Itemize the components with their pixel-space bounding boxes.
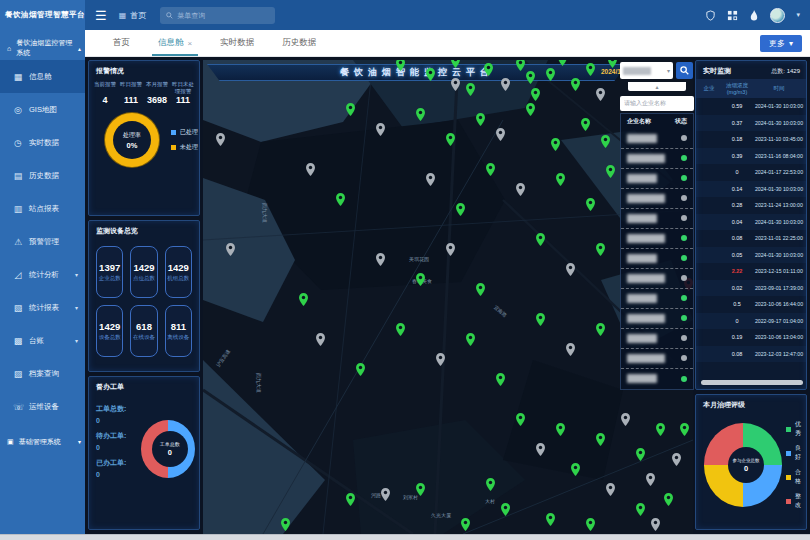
map-pin-icon[interactable] [571, 77, 580, 90]
company-row[interactable] [621, 269, 693, 289]
map-pin-icon[interactable] [586, 62, 595, 75]
map-pin-icon[interactable] [536, 232, 545, 245]
hamburger-menu-icon[interactable]: ☰ [95, 8, 107, 23]
realtime-row[interactable]: 02022-09-17 01:04:00 [696, 313, 806, 330]
company-row[interactable] [621, 189, 693, 209]
map-pin-icon[interactable] [551, 137, 560, 150]
map-pin-icon[interactable] [226, 242, 235, 255]
map-pin-icon[interactable] [396, 322, 405, 335]
map-pin-icon[interactable] [436, 352, 445, 365]
sidebar-item-档案查询[interactable]: ▨档案查询 [0, 357, 85, 390]
map-pin-icon[interactable] [451, 77, 460, 90]
map-pin-icon[interactable] [621, 412, 630, 425]
company-row[interactable] [621, 169, 693, 189]
map-pin-icon[interactable] [556, 172, 565, 185]
company-row[interactable] [621, 229, 693, 249]
map-pin-icon[interactable] [516, 412, 525, 425]
map-pin-icon[interactable] [346, 492, 355, 505]
map-pin-icon[interactable] [496, 372, 505, 385]
map-pin-icon[interactable] [381, 487, 390, 500]
map-pin-icon[interactable] [606, 482, 615, 495]
map-pin-icon[interactable] [596, 432, 605, 445]
realtime-row[interactable]: 0.52023-10-06 16:44:00 [696, 296, 806, 313]
map-pin-icon[interactable] [566, 342, 575, 355]
notification-icon[interactable] [705, 10, 716, 21]
apps-icon[interactable] [727, 10, 738, 21]
flame-icon[interactable] [749, 10, 759, 21]
map-pin-icon[interactable] [306, 162, 315, 175]
map-pin-icon[interactable] [299, 292, 308, 305]
user-avatar[interactable] [770, 8, 785, 23]
company-name-input[interactable] [620, 96, 694, 111]
realtime-row[interactable]: 0.282023-11-24 13:00:00 [696, 197, 806, 214]
map-pin-icon[interactable] [636, 447, 645, 460]
company-row[interactable] [621, 349, 693, 369]
realtime-row[interactable]: 0.142024-01-30 10:03:00 [696, 181, 806, 198]
map-pin-icon[interactable] [461, 517, 470, 530]
map-pin-icon[interactable] [501, 77, 510, 90]
map-pin-icon[interactable] [646, 472, 655, 485]
map-pin-icon[interactable] [546, 512, 555, 525]
company-row[interactable] [621, 209, 693, 229]
sidebar-item-运维设备[interactable]: ☏运维设备 [0, 390, 85, 423]
map-pin-icon[interactable] [601, 134, 610, 147]
map-pin-icon[interactable] [486, 162, 495, 175]
sidebar-item-信息舱[interactable]: ▦信息舱 [0, 60, 85, 93]
more-button[interactable]: 更多▾ [760, 35, 802, 52]
realtime-row[interactable]: 0.022023-09-01 17:39:00 [696, 280, 806, 297]
realtime-row[interactable]: 2.222023-12-15 01:11:00 [696, 263, 806, 280]
map-pin-icon[interactable] [446, 132, 455, 145]
company-row[interactable] [621, 289, 693, 309]
map-pin-icon[interactable] [476, 282, 485, 295]
map-pin-icon[interactable] [680, 422, 689, 435]
sidebar-item-台账[interactable]: ▩台账▾ [0, 324, 85, 357]
map-pin-icon[interactable] [651, 517, 660, 530]
map-pin-icon[interactable] [566, 262, 575, 275]
sidebar-item-站点报表[interactable]: ▥站点报表 [0, 192, 85, 225]
map-pin-icon[interactable] [416, 482, 425, 495]
map-pin-icon[interactable] [586, 517, 595, 530]
map-pin-icon[interactable] [376, 252, 385, 265]
realtime-row[interactable]: 0.592024-01-30 10:03:00 [696, 98, 806, 115]
sidebar-group-monitoring-system[interactable]: ⌂ 餐饮油烟监控管理系统 ▴ [0, 36, 85, 60]
breadcrumb[interactable]: ▦ 首页 [119, 10, 147, 21]
map-pin-icon[interactable] [426, 67, 435, 80]
map-pin-icon[interactable] [501, 502, 510, 515]
map-pin-icon[interactable] [426, 172, 435, 185]
map-pin-icon[interactable] [664, 492, 673, 505]
realtime-row[interactable]: 0.082023-11-01 22:25:00 [696, 230, 806, 247]
sidebar-item-历史数据[interactable]: ▤历史数据 [0, 159, 85, 192]
company-select[interactable]: ▾ [620, 62, 673, 79]
tab-信息舱[interactable]: 信息舱× [144, 30, 206, 56]
map-pin-icon[interactable] [486, 477, 495, 490]
realtime-row[interactable]: 0.182023-11-10 03:45:00 [696, 131, 806, 148]
tab-历史数据[interactable]: 历史数据 [268, 30, 330, 56]
map-pin-icon[interactable] [446, 242, 455, 255]
map-pin-icon[interactable] [608, 60, 617, 67]
collapse-handle[interactable]: ▴ [628, 82, 686, 91]
realtime-row[interactable]: 0.052024-01-30 10:03:00 [696, 247, 806, 264]
sidebar-group-base-system[interactable]: ▣ 基础管理系统 ▾ [0, 425, 85, 458]
map-pin-icon[interactable] [466, 332, 475, 345]
map-pin-icon[interactable] [451, 60, 460, 67]
map-pin-icon[interactable] [346, 102, 355, 115]
realtime-row[interactable]: 0.082023-12-03 12:47:00 [696, 346, 806, 363]
realtime-row[interactable]: 0.042024-01-30 10:03:00 [696, 214, 806, 231]
map-pin-icon[interactable] [526, 102, 535, 115]
map-pin-icon[interactable] [416, 272, 425, 285]
map-pin-icon[interactable] [416, 107, 425, 120]
header-search-input[interactable] [177, 12, 267, 19]
map-pin-icon[interactable] [516, 182, 525, 195]
map-pin-icon[interactable] [556, 422, 565, 435]
company-row[interactable] [621, 129, 693, 149]
map-pin-icon[interactable] [531, 87, 540, 100]
realtime-row[interactable]: 0.192023-10-06 13:04:00 [696, 329, 806, 346]
map-pin-icon[interactable] [571, 462, 580, 475]
map-pin-icon[interactable] [456, 202, 465, 215]
sidebar-item-GIS地图[interactable]: ◎GIS地图 [0, 93, 85, 126]
map-pin-icon[interactable] [484, 62, 493, 75]
sidebar-item-实时数据[interactable]: ◷实时数据 [0, 126, 85, 159]
map-pin-icon[interactable] [586, 197, 595, 210]
sidebar-item-统计分析[interactable]: ◿统计分析▾ [0, 258, 85, 291]
map-pin-icon[interactable] [281, 517, 290, 530]
